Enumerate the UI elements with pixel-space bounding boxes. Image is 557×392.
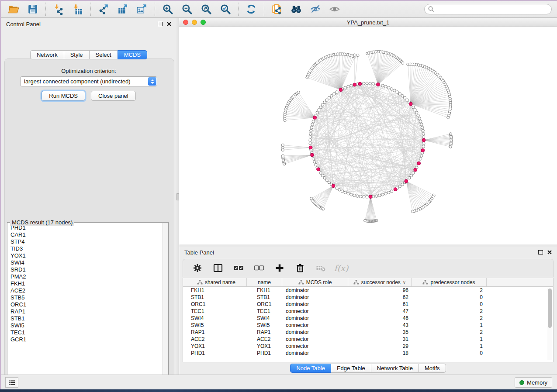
mcds-result-item[interactable]: STP4	[10, 238, 163, 245]
mcds-result-list[interactable]: PHD1CAR1STP4TID3YOX1SWI4SRD1PMA2FKH1ACE2…	[8, 223, 163, 383]
column-tree-icon	[298, 280, 304, 285]
control-panel-title: Control Panel	[6, 21, 41, 28]
network-window-titlebar[interactable]: YPA_prune.txt_1	[179, 18, 557, 27]
add-column-icon[interactable]	[274, 262, 285, 274]
run-mcds-button[interactable]: Run MCDS	[42, 91, 85, 101]
dropdown-selected-value: largest connected component (undirected)	[21, 78, 148, 85]
zoom-in-icon[interactable]	[161, 3, 174, 16]
cell-shared-name: PHD1	[186, 350, 247, 356]
mcds-list-scrollbar[interactable]	[163, 223, 168, 383]
import-table-icon[interactable]	[71, 3, 84, 16]
apply-layout-icon[interactable]	[245, 3, 258, 16]
column-header-successor-nodes[interactable]: successor nodes∨	[348, 278, 412, 286]
table-row[interactable]: YOX1YOX1connector291	[183, 343, 553, 350]
column-header-MCDS-role[interactable]: MCDS role	[282, 278, 348, 286]
network-view-window: YPA_prune.txt_1	[179, 18, 557, 244]
control-panel: Control Panel NetworkStyleSelectMCDS Opt…	[1, 18, 176, 375]
zoom-fit-icon[interactable]	[200, 3, 213, 16]
close-panel-icon[interactable]	[167, 22, 171, 26]
tab-mcds[interactable]: MCDS	[118, 50, 147, 59]
first-neighbors-icon[interactable]	[290, 3, 303, 16]
node-table: shared namenameMCDS rolesuccessor nodes∨…	[183, 278, 554, 362]
mcds-result-item[interactable]: RAP1	[10, 308, 163, 315]
column-layout-icon[interactable]	[212, 262, 224, 274]
mcds-result-item[interactable]: PMA2	[10, 273, 163, 280]
cell-name: YOX1	[247, 343, 282, 349]
table-row[interactable]: FKH1FKH1dominator962	[183, 287, 553, 294]
mcds-result-group: MCDS result (17 nodes) PHD1CAR1STP4TID3Y…	[7, 222, 169, 384]
mcds-result-item[interactable]: ACE2	[10, 287, 163, 294]
close-table-panel-icon[interactable]	[547, 250, 552, 254]
settings-gear-icon[interactable]	[192, 262, 203, 274]
tab-network-table[interactable]: Network Table	[371, 364, 419, 373]
tab-network[interactable]: Network	[30, 50, 64, 59]
tab-select[interactable]: Select	[89, 50, 118, 59]
tab-node-table[interactable]: Node Table	[290, 364, 331, 373]
column-header-name[interactable]: name	[247, 278, 282, 286]
mcds-result-item[interactable]: TID3	[10, 245, 163, 252]
mcds-result-item[interactable]: SRD1	[10, 266, 163, 273]
float-panel-icon[interactable]	[158, 22, 163, 26]
table-row[interactable]: ORC1ORC1dominator610	[183, 301, 553, 308]
network-graph-canvas[interactable]	[179, 27, 557, 244]
hide-selected-icon[interactable]	[309, 3, 322, 16]
table-row[interactable]: TEC1TEC1connector472	[183, 308, 553, 315]
import-network-icon[interactable]	[52, 3, 65, 16]
zoom-out-icon[interactable]	[180, 3, 194, 16]
tab-edge-table[interactable]: Edge Table	[331, 364, 371, 373]
memory-button[interactable]: Memory	[515, 377, 552, 388]
table-row[interactable]: PHD1PHD1dominator180	[183, 350, 553, 357]
cell-shared-name: SWI4	[186, 315, 247, 321]
control-panel-header: Control Panel	[1, 18, 176, 30]
mcds-result-item[interactable]: FKH1	[10, 280, 163, 287]
mcds-result-item[interactable]: CAR1	[10, 231, 163, 238]
deselect-all-icon[interactable]	[253, 262, 265, 274]
float-table-panel-icon[interactable]	[538, 250, 543, 254]
tab-motifs[interactable]: Motifs	[419, 364, 446, 373]
column-tree-icon	[353, 280, 359, 285]
task-history-button[interactable]	[5, 377, 18, 388]
cell-shared-name: FKH1	[186, 287, 247, 293]
mcds-result-item[interactable]: GCR1	[10, 336, 163, 343]
close-panel-button[interactable]: Close panel	[91, 91, 136, 101]
mcds-result-item[interactable]: SWI5	[10, 322, 163, 329]
save-session-icon[interactable]	[26, 3, 39, 16]
export-image-icon[interactable]	[135, 3, 149, 16]
mcds-result-item[interactable]: YOX1	[10, 252, 163, 259]
select-all-icon[interactable]	[233, 262, 244, 274]
cell-MCDS-role: dominator	[282, 350, 348, 356]
column-header-predecessor-nodes[interactable]: predecessor nodes	[412, 278, 487, 286]
cell-shared-name: STB1	[186, 294, 247, 300]
cell-name: STB1	[247, 294, 282, 300]
table-row[interactable]: RAP1RAP1dominator352	[183, 329, 553, 336]
table-scrollbar[interactable]	[547, 288, 552, 360]
mcds-result-item[interactable]: ORC1	[10, 301, 163, 308]
open-file-icon[interactable]	[7, 3, 20, 16]
delete-column-icon[interactable]	[294, 262, 306, 274]
cell-successor-nodes: 47	[348, 308, 412, 314]
table-row[interactable]: ACE2ACE2connector311	[183, 336, 553, 343]
mcds-result-item[interactable]: STB1	[10, 315, 163, 322]
column-header-shared-name[interactable]: shared name	[186, 278, 247, 286]
mcds-result-item[interactable]: SWI4	[10, 259, 163, 266]
zoom-selected-icon[interactable]	[219, 3, 232, 16]
column-tree-icon	[197, 280, 203, 285]
table-row[interactable]: SWI5SWI5connector431	[183, 322, 553, 329]
optimization-criterion-dropdown[interactable]: largest connected component (undirected)	[20, 76, 157, 86]
table-row[interactable]: SWI4SWI4dominator462	[183, 315, 553, 322]
export-table-icon[interactable]	[116, 3, 129, 16]
cell-shared-name: ORC1	[186, 301, 247, 307]
mcds-result-item[interactable]: PHD1	[10, 224, 163, 231]
table-row[interactable]: STB1STB1dominator620	[183, 294, 553, 301]
new-network-from-selection-icon[interactable]	[270, 3, 284, 16]
cell-successor-nodes: 29	[348, 343, 412, 349]
tab-style[interactable]: Style	[64, 50, 89, 59]
mcds-result-item[interactable]: STB5	[10, 294, 163, 301]
show-all-icon[interactable]	[328, 3, 341, 16]
export-network-icon[interactable]	[97, 3, 110, 16]
mcds-result-item[interactable]: TEC1	[10, 329, 163, 336]
cell-name: SWI5	[247, 322, 282, 328]
search-input[interactable]	[424, 4, 552, 14]
table-scrollbar-thumb[interactable]	[548, 289, 552, 328]
cell-name: SWI4	[247, 315, 282, 321]
